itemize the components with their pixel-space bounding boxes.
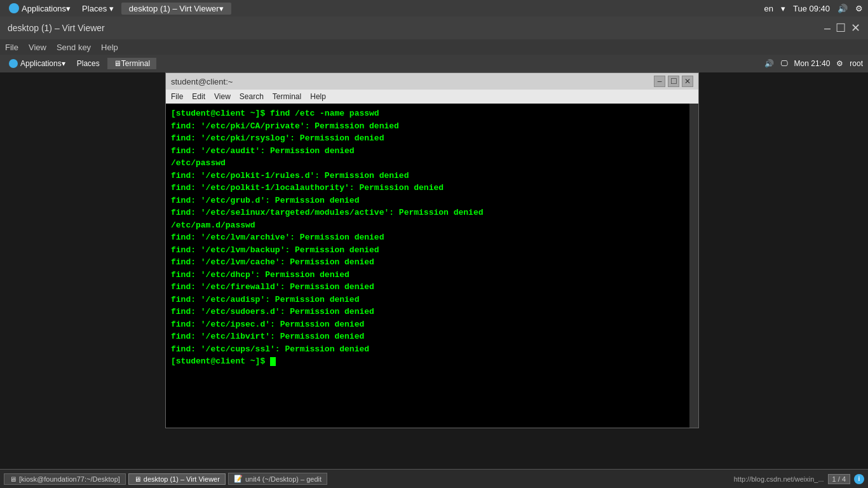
outer-title-text: desktop (1) – Virt Viewer (8, 23, 105, 33)
vm-apps-chevron: ▾ (62, 59, 65, 68)
os-active-window-label: desktop (1) – Virt Viewer (129, 4, 219, 13)
terminal-content[interactable]: [student@client ~]$ find /etc -name pass… (166, 104, 698, 428)
vm-top-right: 🔊 🖵 Mon 21:40 ⚙ root (764, 59, 863, 68)
terminal-terminal-menu[interactable]: Terminal (273, 92, 301, 101)
os-applications-label: Applications (22, 4, 66, 13)
terminal-line: find: '/etc/lvm/backup': Permission deni… (171, 244, 693, 257)
terminal-line: find: '/etc/ipsec.d': Permission denied (171, 318, 693, 331)
terminal-help-menu[interactable]: Help (310, 92, 326, 101)
terminal-line: find: '/etc/polkit-1/localauthority': Pe… (171, 182, 693, 194)
os-places-label: Places (82, 4, 107, 13)
outer-bottom-taskbar: 🖥 [kiosk@foundation77:~/Desktop] 🖥 deskt… (0, 469, 868, 488)
terminal-window: student@client:~ – ☐ ✕ File Edit View Se… (165, 72, 699, 428)
terminal-line: find: '/etc/sudoers.d': Permission denie… (171, 306, 693, 318)
places-chevron: ▾ (109, 4, 114, 13)
terminal-search-menu[interactable]: Search (240, 92, 264, 101)
os-volume-icon[interactable]: 🔊 (837, 4, 848, 13)
terminal-line: find: '/etc/polkit-1/rules.d': Permissio… (171, 170, 693, 182)
outer-bottom-right: http://blog.csdn.net/weixin_... 1 / 4 i (734, 474, 864, 484)
terminal-line: find: '/etc/libvirt': Permission denied (171, 330, 693, 343)
outer-info-icon[interactable]: i (854, 474, 864, 484)
terminal-line: find: '/etc/cups/ssl': Permission denied (171, 343, 693, 356)
terminal-line: find: '/etc/lvm/archive': Permission den… (171, 231, 693, 244)
os-applications-menu[interactable]: Applications ▾ (5, 2, 74, 15)
vm-terminal-tab[interactable]: 🖥 Terminal (107, 58, 156, 69)
os-active-window-tab[interactable]: desktop (1) – Virt Viewer ▾ (121, 3, 231, 15)
kiosk-btn-icon: 🖥 (10, 475, 17, 483)
os-taskbar-top-right: en ▾ Tue 09:40 🔊 ⚙ (764, 4, 863, 13)
outer-bottom-left: 🖥 [kiosk@foundation77:~/Desktop] 🖥 deskt… (4, 473, 327, 485)
vm-terminal-icon: 🖥 (114, 59, 121, 68)
outer-help-menu[interactable]: Help (101, 43, 118, 52)
os-taskbar-top-left: Applications ▾ Places ▾ desktop (1) – Vi… (5, 2, 231, 15)
applications-chevron: ▾ (66, 4, 71, 13)
outer-close-btn[interactable]: ✕ (851, 22, 860, 34)
os-lang: en (764, 4, 773, 13)
virt-viewer-btn-label: desktop (1) – Virt Viewer (144, 475, 220, 483)
terminal-title-controls: – ☐ ✕ (654, 76, 693, 87)
terminal-maximize-btn[interactable]: ☐ (668, 76, 679, 87)
vm-top-panel: Applications ▾ Places 🖥 Terminal 🔊 🖵 Mon… (0, 55, 868, 72)
gedit-btn-icon: 📝 (234, 475, 243, 483)
terminal-edit-menu[interactable]: Edit (192, 92, 205, 101)
vm-screen-icon: 🖵 (780, 59, 788, 68)
virt-viewer-taskbar-btn[interactable]: 🖥 desktop (1) – Virt Viewer (128, 473, 226, 485)
gedit-taskbar-btn[interactable]: 📝 unit4 (~/Desktop) – gedit (228, 473, 327, 485)
outer-title-controls: – ☐ ✕ (824, 22, 860, 34)
vm-applications-label: Applications (20, 59, 62, 68)
terminal-view-menu[interactable]: View (214, 92, 231, 101)
terminal-cursor (270, 357, 276, 366)
window-tab-chevron: ▾ (219, 4, 224, 13)
os-places-menu[interactable]: Places ▾ (77, 3, 119, 15)
outer-file-menu[interactable]: File (5, 43, 18, 52)
outer-view-menu[interactable]: View (29, 43, 46, 52)
kiosk-btn-label: [kiosk@foundation77:~/Desktop] (19, 475, 120, 483)
vm-fedora-icon (9, 59, 18, 68)
outer-minimize-btn[interactable]: – (824, 22, 831, 34)
outer-maximize-btn[interactable]: ☐ (836, 22, 846, 34)
vm-time: Mon 21:40 (794, 59, 831, 68)
terminal-line: find: '/etc/audisp': Permission denied (171, 294, 693, 306)
os-time: Tue 09:40 (793, 4, 830, 13)
vm-area: Applications ▾ Places 🖥 Terminal 🔊 🖵 Mon… (0, 55, 868, 488)
os-settings-icon[interactable]: ⚙ (855, 4, 863, 13)
terminal-line: find: '/etc/grub.d': Permission denied (171, 194, 693, 207)
kiosk-taskbar-btn[interactable]: 🖥 [kiosk@foundation77:~/Desktop] (4, 473, 126, 485)
terminal-line: find: '/etc/pki/CA/private': Permission … (171, 120, 693, 133)
outer-url-label: http://blog.csdn.net/weixin_... (734, 475, 824, 483)
terminal-line: [student@client ~]$ find /etc -name pass… (171, 107, 693, 120)
fedora-icon (9, 3, 19, 13)
terminal-file-menu[interactable]: File (171, 92, 183, 101)
outer-menu-bar: File View Send key Help (0, 39, 868, 55)
terminal-line: /etc/passwd (171, 157, 693, 170)
vm-places-menu[interactable]: Places (72, 58, 105, 69)
vm-root-label: root (850, 59, 863, 68)
outer-pager[interactable]: 1 / 4 (828, 474, 850, 484)
gedit-btn-label: unit4 (~/Desktop) – gedit (245, 475, 322, 483)
terminal-line: find: '/etc/audit': Permission denied (171, 145, 693, 158)
vm-audio-icon: 🔊 (764, 59, 774, 68)
terminal-line: find: '/etc/selinux/targeted/modules/act… (171, 207, 693, 219)
outer-sendkey-menu[interactable]: Send key (57, 43, 91, 52)
outer-title-bar: desktop (1) – Virt Viewer – ☐ ✕ (0, 17, 868, 39)
terminal-line: find: '/etc/pki/rsyslog': Permission den… (171, 132, 693, 145)
terminal-title-bar: student@client:~ – ☐ ✕ (166, 73, 698, 90)
vm-terminal-tab-label: Terminal (121, 59, 150, 68)
terminal-line: [student@client ~]$ (171, 355, 693, 368)
os-lang-chevron: ▾ (781, 4, 785, 13)
terminal-scrollbar[interactable] (689, 104, 698, 428)
terminal-line: /etc/pam.d/passwd (171, 219, 693, 232)
vm-places-label: Places (77, 59, 100, 68)
terminal-line: find: '/etc/lvm/cache': Permission denie… (171, 256, 693, 269)
vm-top-left: Applications ▾ Places 🖥 Terminal (5, 58, 156, 69)
os-taskbar-top: Applications ▾ Places ▾ desktop (1) – Vi… (0, 0, 868, 17)
terminal-minimize-btn[interactable]: – (654, 76, 665, 87)
vm-applications-menu[interactable]: Applications ▾ (5, 58, 69, 69)
virt-viewer-btn-icon: 🖥 (134, 475, 141, 483)
terminal-title-text: student@client:~ (171, 77, 233, 86)
virt-viewer-window: desktop (1) – Virt Viewer – ☐ ✕ File Vie… (0, 17, 868, 488)
terminal-menu-bar: File Edit View Search Terminal Help (166, 90, 698, 104)
terminal-line: find: '/etc/firewalld': Permission denie… (171, 281, 693, 294)
vm-settings-icon[interactable]: ⚙ (836, 59, 843, 68)
terminal-close-btn[interactable]: ✕ (682, 76, 693, 87)
